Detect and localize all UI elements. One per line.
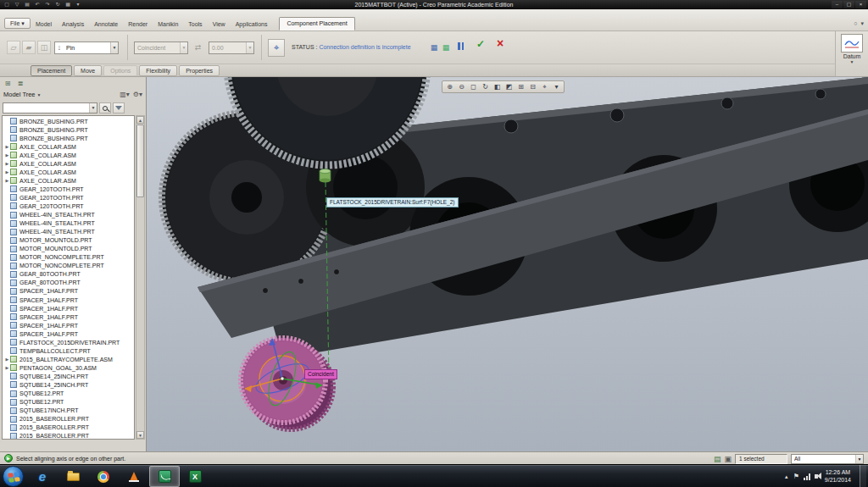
filter-button[interactable] <box>113 102 125 113</box>
tree-item[interactable]: ▶ AXLE_COLLAR.ASM <box>3 142 134 151</box>
tree-settings-icon[interactable]: ⚙▾ <box>133 91 142 98</box>
tree-item[interactable]: ▶ BRONZE_BUSHING.PRT <box>3 134 134 142</box>
assembly-model[interactable] <box>162 77 868 358</box>
tree-item[interactable]: ▶ SPACER_1HALF.PRT <box>3 287 134 296</box>
select-set-icon[interactable]: ▣ <box>724 454 732 464</box>
search-input[interactable]: ▼ <box>3 102 97 113</box>
expand-arrow-icon[interactable]: ▶ <box>4 169 10 174</box>
chevron-down-icon[interactable]: ▼ <box>836 59 868 65</box>
expand-arrow-icon[interactable]: ▶ <box>4 144 10 149</box>
layer-tree-icon[interactable]: ≣ <box>15 79 25 88</box>
taskbar-creo-active[interactable] <box>149 466 180 487</box>
tree-item[interactable]: ▶ GEAR_80TOOTH.PRT <box>3 270 134 279</box>
zoom-out-icon[interactable]: ⊖ <box>456 81 467 92</box>
tree-item[interactable]: ▶ SQTUBE17INCH.PRT <box>3 407 134 415</box>
expand-arrow-icon[interactable]: ▶ <box>4 161 10 166</box>
show-model-tree-icon[interactable]: ⊞ <box>3 79 13 88</box>
start-button[interactable] <box>3 466 24 487</box>
tree-item[interactable]: ▶ 2015_BALLTRAYCOMPLETE.ASM <box>3 355 134 363</box>
expand-arrow-icon[interactable]: ▶ <box>4 365 10 370</box>
tree-item[interactable]: ▶ AXLE_COLLAR.ASM <box>3 159 134 168</box>
saved-orientations-icon[interactable]: ▾ <box>551 81 562 92</box>
scrollbar-thumb[interactable] <box>136 125 144 197</box>
chevron-down-icon[interactable]: ▼ <box>37 92 42 97</box>
tree-item[interactable]: ▶ 2015_BASEROLLER.PRT <box>3 432 134 440</box>
ribbon-tab[interactable]: Render <box>123 18 153 30</box>
chevron-down-icon[interactable]: ▼ <box>89 103 97 113</box>
spin-center-icon[interactable]: ⌖ <box>539 81 550 92</box>
volume-icon[interactable] <box>815 474 818 479</box>
ribbon-tab[interactable]: Model <box>31 18 57 30</box>
tree-item[interactable]: ▶ BRONZE_BUSHING.PRT <box>3 125 134 134</box>
tree-item[interactable]: ▶ MOTOR_MOUNTOLD.PRT <box>3 245 134 253</box>
taskbar-excel[interactable]: X <box>180 466 210 487</box>
tree-item[interactable]: ▶ MOTOR_NONCOMPLETE.PRT <box>3 253 134 262</box>
minimize-button[interactable]: – <box>832 1 843 8</box>
annotation-display-icon[interactable]: ⊟ <box>527 81 538 92</box>
tree-item[interactable]: ▶ WHEEL-4IN_STEALTH.PRT <box>3 211 134 219</box>
tree-item[interactable]: ▶ WHEEL-4IN_STEALTH.PRT <box>3 219 134 228</box>
file-menu-button[interactable]: File ▾ <box>4 18 31 29</box>
tree-columns-icon[interactable]: ▥▾ <box>120 91 130 98</box>
model-tree-title[interactable]: Model Tree <box>3 91 36 98</box>
tree-item[interactable]: ▶ AXLE_COLLAR.ASM <box>3 176 134 185</box>
tree-item[interactable]: ▶ PENTAGON_GOAL_30.ASM <box>3 363 134 372</box>
tree-item[interactable]: ▶ TEMPBALLCOLLECT.PRT <box>3 346 134 355</box>
datum-display-icon[interactable]: ⊞ <box>515 81 526 92</box>
tree-item[interactable]: ▶ WHEEL-4IN_STEALTH.PRT <box>3 228 134 236</box>
tree-item[interactable]: ▶ SQTUBE14_25INCH.PRT <box>3 372 134 380</box>
scroll-down-icon[interactable]: ▼ <box>136 431 144 439</box>
tree-item[interactable]: ▶ GEAR_120TOOTH.PRT <box>3 185 134 193</box>
display-style-icon[interactable]: ◧ <box>492 81 503 92</box>
taskbar-clock[interactable]: 12:26 AM 9/21/2014 <box>822 469 854 484</box>
tree-item[interactable]: ▶ SPACER_1HALF.PRT <box>3 321 134 329</box>
tree-item[interactable]: ▶ GEAR_80TOOTH.PRT <box>3 279 134 287</box>
tree-item[interactable]: ▶ SPACER_1HALF.PRT <box>3 296 134 304</box>
offset-value-field[interactable]: 0.00 ▼ <box>209 42 254 54</box>
tree-item[interactable]: ▶ SPACER_1HALF.PRT <box>3 329 134 338</box>
tab-component-placement[interactable]: Component Placement <box>279 17 354 30</box>
tree-item[interactable]: ▶ SPACER_1HALF.PRT <box>3 313 134 321</box>
ribbon-tab[interactable]: Annotate <box>89 18 123 30</box>
model-tree-scrollbar[interactable]: ▲ ▼ <box>136 115 145 440</box>
command-search-icon[interactable]: ○ <box>854 19 857 28</box>
network-icon[interactable] <box>804 473 810 480</box>
tree-item[interactable]: ▶ AXLE_COLLAR.ASM <box>3 168 134 176</box>
dashboard-tab[interactable]: Placement <box>31 65 72 76</box>
selection-filter-dropdown[interactable]: All ▼ <box>791 454 864 464</box>
taskbar-vlc[interactable] <box>119 466 149 487</box>
tree-item[interactable]: ▶ BRONZE_BUSHING.PRT <box>3 117 134 125</box>
tree-item[interactable]: ▶ SQTUBE14_25INCH.PRT <box>3 380 134 389</box>
user-defined-set-icon[interactable]: ▱ <box>7 41 20 54</box>
constraint-tag[interactable]: Coincident <box>304 369 337 379</box>
zoom-in-icon[interactable]: ⊕ <box>444 81 455 92</box>
scroll-up-icon[interactable]: ▲ <box>136 116 144 124</box>
ribbon-tab[interactable]: View <box>208 18 231 30</box>
pause-button[interactable] <box>458 42 464 50</box>
tree-item[interactable]: ▶ SQTUBE12.PRT <box>3 390 134 398</box>
tree-item[interactable]: ▶ 2015_BASEROLLER.PRT <box>3 423 134 432</box>
tree-item[interactable]: ▶ GEAR_120TOOTH.PRT <box>3 193 134 202</box>
dashboard-tab[interactable]: Properties <box>179 65 220 76</box>
ribbon-tab[interactable]: Analysis <box>57 18 89 30</box>
connection-type-dropdown[interactable]: ⟟ Pin ▼ <box>54 42 119 54</box>
chevron-down-icon[interactable]: ▼ <box>110 42 118 53</box>
dashboard-tab[interactable]: Move <box>74 65 102 76</box>
tree-item[interactable]: ▶ 2015_BASEROLLER.PRT <box>3 415 134 423</box>
tree-item[interactable]: ▶ SQTUBE12.PRT <box>3 398 134 407</box>
expand-arrow-icon[interactable]: ▶ <box>4 357 10 362</box>
repaint-icon[interactable]: ↻ <box>480 81 491 92</box>
action-center-icon[interactable]: ⚑ <box>793 473 799 480</box>
dragger-toggle-button[interactable]: ⌖ <box>268 39 285 57</box>
tree-item[interactable]: ▶ AXLE_COLLAR.ASM <box>3 151 134 159</box>
taskbar-explorer[interactable] <box>58 466 88 487</box>
convert-constraint-icon[interactable]: ◫ <box>37 41 51 54</box>
predefined-set-icon[interactable]: ▰ <box>22 41 36 54</box>
find-button[interactable] <box>99 102 111 113</box>
refit-icon[interactable]: ◻ <box>468 81 479 92</box>
taskbar-internet-explorer[interactable]: e <box>27 466 58 487</box>
ribbon-tab[interactable]: Tools <box>183 18 207 30</box>
expand-arrow-icon[interactable]: ▶ <box>4 178 10 183</box>
dashboard-tab[interactable]: Flexibility <box>139 65 177 76</box>
dashboard-tab[interactable]: Options <box>103 65 137 76</box>
